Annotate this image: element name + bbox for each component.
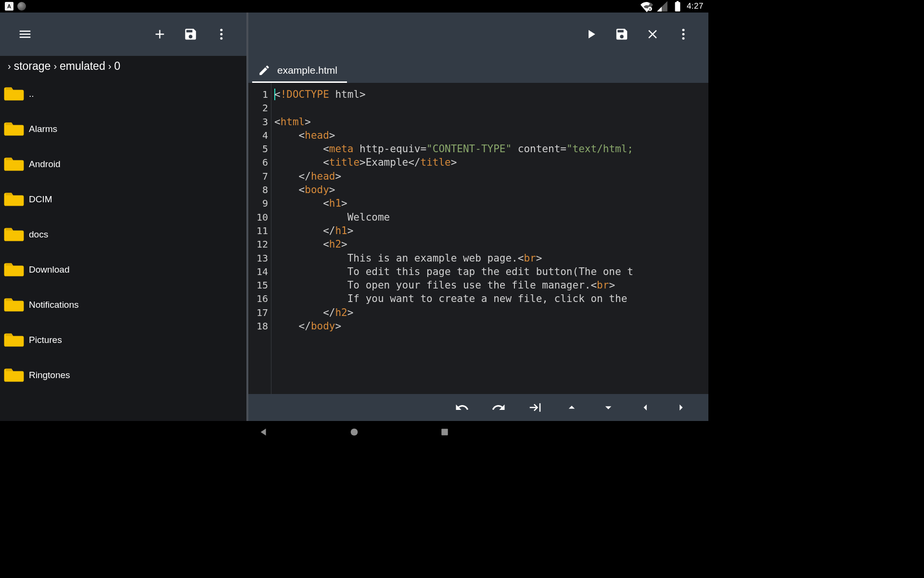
redo-button[interactable] [482,394,515,421]
editor-toolbar [248,13,708,56]
caret-up-button[interactable] [555,394,588,421]
caret-left-button[interactable] [629,394,661,421]
file-label: Pictures [29,335,62,345]
status-time: 4:27 [687,1,704,11]
svg-point-2 [220,29,223,31]
pencil-icon [258,64,270,77]
file-item[interactable]: Download [0,252,246,287]
editor-bottombar [248,394,708,421]
chevron-right-icon: › [53,61,57,72]
save-button[interactable] [177,21,204,48]
caret-right-button[interactable] [665,394,698,421]
file-item[interactable]: Ringtones [0,357,246,393]
tab-filename: example.html [277,65,337,76]
file-item[interactable]: Android [0,146,246,182]
recents-nav-icon[interactable] [438,425,451,439]
code-editor[interactable]: 123456789101112131415161718 <!DOCTYPE ht… [248,83,708,394]
breadcrumb-segment[interactable]: storage [14,60,51,73]
app-status-icon [17,2,26,11]
file-label: .. [29,89,34,99]
tab-indent-button[interactable] [519,394,552,421]
svg-text:x: x [649,7,651,11]
add-button[interactable] [146,21,173,48]
svg-point-3 [220,33,223,36]
svg-point-6 [682,33,685,36]
svg-point-7 [682,37,685,39]
run-button[interactable] [578,21,604,48]
file-label: Alarms [29,124,57,134]
svg-point-4 [220,37,223,39]
svg-point-8 [351,429,358,436]
overflow-menu-icon[interactable] [670,21,697,48]
file-item[interactable]: .. [0,76,246,111]
wifi-icon: x [641,0,653,13]
file-item[interactable]: Notifications [0,287,246,322]
android-statusbar: A x 4:27 [0,0,708,13]
file-label: Android [29,159,61,170]
editor-tabbar: example.html [248,56,708,83]
file-item[interactable]: Pictures [0,322,246,357]
home-nav-icon[interactable] [347,425,361,439]
svg-point-5 [682,29,685,31]
file-label: Download [29,264,70,275]
file-label: docs [29,229,48,240]
signal-icon [656,0,668,13]
file-label: Notifications [29,300,79,310]
chevron-right-icon: › [108,61,112,72]
file-item[interactable]: Alarms [0,111,246,146]
undo-button[interactable] [446,394,478,421]
android-navbar [0,421,708,443]
back-nav-icon[interactable] [257,425,270,439]
breadcrumb-segment[interactable]: emulated [60,60,105,73]
file-item[interactable]: DCIM [0,182,246,217]
close-button[interactable] [639,21,666,48]
breadcrumb[interactable]: › storage › emulated › 0 [0,56,246,76]
breadcrumb-segment[interactable]: 0 [114,60,120,73]
save-button[interactable] [608,21,635,48]
svg-rect-9 [441,429,448,435]
file-list[interactable]: ..AlarmsAndroidDCIMdocsDownloadNotificat… [0,76,246,421]
editor-panel: example.html 123456789101112131415161718… [248,13,708,421]
line-number-gutter: 123456789101112131415161718 [248,83,271,394]
hamburger-menu-icon[interactable] [12,21,38,48]
caret-down-button[interactable] [592,394,625,421]
file-label: DCIM [29,194,52,205]
code-area[interactable]: <!DOCTYPE html><html> <head> <meta http-… [271,83,708,394]
battery-icon [671,0,684,13]
file-browser-panel: › storage › emulated › 0 ..AlarmsAndroid… [0,13,248,421]
file-label: Ringtones [29,370,70,381]
overflow-menu-icon[interactable] [208,21,235,48]
keyboard-indicator-icon: A [5,2,13,11]
chevron-right-icon: › [8,61,11,72]
file-toolbar [0,13,246,56]
editor-tab[interactable]: example.html [252,64,347,83]
file-item[interactable]: docs [0,217,246,252]
